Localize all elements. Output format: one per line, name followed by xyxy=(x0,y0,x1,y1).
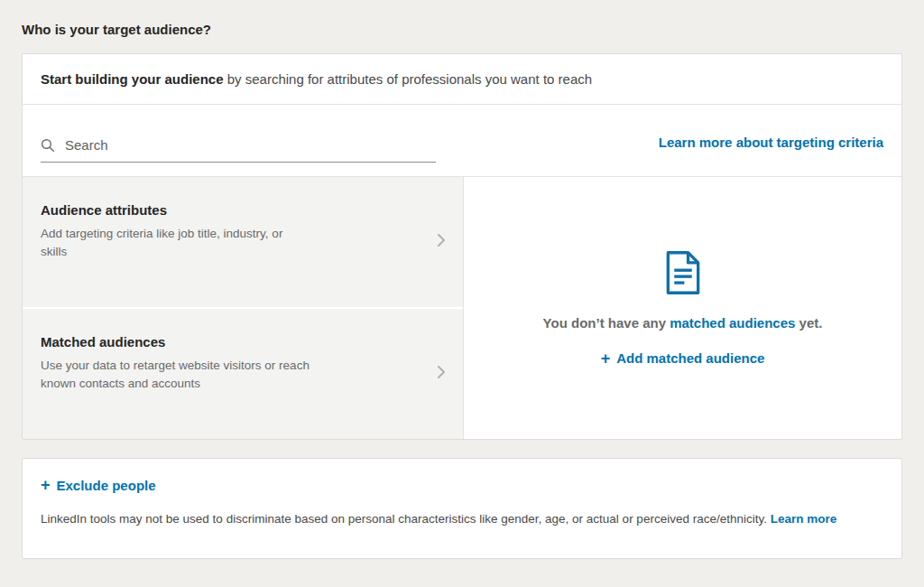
panel-description: Use your data to retarget website visito… xyxy=(41,357,311,392)
learn-more-targeting-link[interactable]: Learn more about targeting criteria xyxy=(659,135,883,163)
exclude-people-button[interactable]: + Exclude people xyxy=(41,477,156,493)
disclaimer-text: LinkedIn tools may not be used to discri… xyxy=(41,512,771,526)
empty-state-text-after: yet. xyxy=(795,315,822,331)
exclude-people-label: Exclude people xyxy=(57,478,156,493)
search-icon xyxy=(41,138,55,153)
matched-audiences-link[interactable]: matched audiences xyxy=(670,315,795,331)
panel-description: Add targeting criteria like job title, i… xyxy=(41,225,311,260)
intro-text-rest: by searching for attributes of professio… xyxy=(224,71,593,87)
plus-icon: + xyxy=(41,477,51,493)
matched-audiences-empty-state: You don’t have any matched audiences yet… xyxy=(463,177,901,439)
panel-audience-attributes[interactable]: Audience attributes Add targeting criter… xyxy=(23,177,463,307)
empty-state-text-before: You don’t have any xyxy=(543,315,670,331)
discrimination-disclaimer: LinkedIn tools may not be used to discri… xyxy=(41,510,883,528)
chevron-right-icon xyxy=(436,231,447,253)
disclaimer-learn-more-link[interactable]: Learn more xyxy=(771,512,837,526)
page-title: Who is your target audience? xyxy=(22,22,902,37)
audience-targeting-page: Who is your target audience? Start build… xyxy=(0,0,924,577)
audience-search-box[interactable] xyxy=(41,136,436,163)
chevron-right-icon xyxy=(436,363,447,385)
audience-columns: Audience attributes Add targeting criter… xyxy=(23,176,901,439)
document-icon xyxy=(662,250,704,295)
audience-builder-card: Start building your audience by searchin… xyxy=(22,53,902,440)
empty-state-text: You don’t have any matched audiences yet… xyxy=(543,315,823,331)
plus-icon: + xyxy=(601,350,611,367)
panel-title: Audience attributes xyxy=(41,202,420,218)
intro-text-bold: Start building your audience xyxy=(41,71,224,87)
add-matched-audience-label: Add matched audience xyxy=(616,350,764,366)
search-row: Learn more about targeting criteria xyxy=(23,105,901,163)
search-input[interactable] xyxy=(63,136,436,154)
intro-text: Start building your audience by searchin… xyxy=(23,54,901,105)
exclude-card: + Exclude people LinkedIn tools may not … xyxy=(22,458,902,559)
add-matched-audience-button[interactable]: + Add matched audience xyxy=(601,350,765,367)
panel-matched-audiences[interactable]: Matched audiences Use your data to retar… xyxy=(23,307,463,439)
panel-title: Matched audiences xyxy=(41,334,420,349)
attribute-panels: Audience attributes Add targeting criter… xyxy=(23,177,463,439)
